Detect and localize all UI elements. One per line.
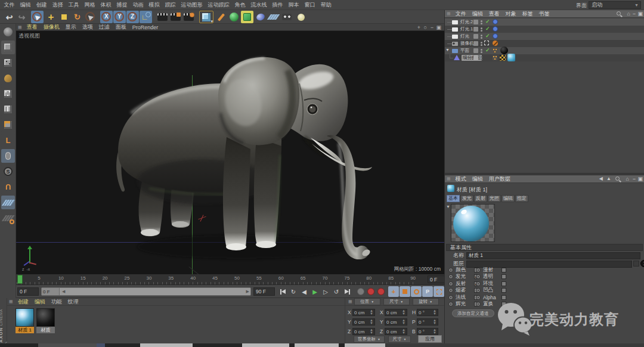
- channel-radio[interactable]: [448, 302, 453, 306]
- material-thumb-1[interactable]: [16, 308, 34, 327]
- menu-item[interactable]: 网格: [82, 1, 98, 9]
- redo-icon[interactable]: ↪: [16, 11, 28, 23]
- scale-tool-icon[interactable]: [58, 11, 70, 23]
- play-backwards-icon[interactable]: ↻: [288, 287, 299, 296]
- am-menu-item[interactable]: 用户数据: [486, 175, 513, 183]
- om-menu-item[interactable]: 标签: [519, 10, 536, 18]
- visibility-dots[interactable]: [481, 48, 483, 54]
- am-tab[interactable]: 编辑: [501, 195, 515, 202]
- key-scale-icon[interactable]: [400, 286, 410, 297]
- am-search-icon[interactable]: [615, 176, 620, 181]
- play-forward-icon[interactable]: ▶: [309, 287, 320, 296]
- slider-left-arrow-icon[interactable]: ◀: [62, 289, 65, 294]
- layer-icon[interactable]: [473, 27, 478, 32]
- object-row-light1[interactable]: 灯光.1 ✓: [445, 26, 644, 33]
- am-grip-icon[interactable]: ▦: [445, 176, 453, 181]
- magnet-snap-icon[interactable]: U: [1, 180, 15, 194]
- viewport-menu-item[interactable]: 过滤: [96, 23, 113, 31]
- layer-icon[interactable]: [473, 48, 478, 53]
- material-thumb-2[interactable]: [36, 308, 55, 327]
- am-tab[interactable]: 反射: [474, 195, 487, 202]
- om-home-icon[interactable]: ⌂: [627, 11, 630, 17]
- key-rotation-icon[interactable]: [411, 286, 422, 297]
- object-row-subdivision[interactable]: 细分曲面: [445, 54, 644, 61]
- am-home-icon[interactable]: ⌂: [626, 176, 629, 182]
- material-tag-black-icon[interactable]: [500, 47, 508, 54]
- channel-radio[interactable]: [476, 274, 481, 279]
- am-tab[interactable]: 指定: [515, 195, 528, 202]
- phong-tag-icon[interactable]: [493, 48, 497, 53]
- render-to-picture-icon[interactable]: [169, 11, 182, 23]
- record-disabled-icon[interactable]: [357, 288, 364, 295]
- layer-icon[interactable]: [473, 41, 478, 46]
- texture-mode-icon[interactable]: [1, 56, 15, 70]
- channel-row[interactable]: 辉光: [448, 301, 479, 308]
- key-parameter-icon[interactable]: P: [422, 286, 433, 297]
- lock-z-axis-icon[interactable]: Z: [126, 11, 139, 23]
- axis-mode-icon[interactable]: L: [1, 134, 15, 147]
- coord-grip-icon[interactable]: ▦: [346, 299, 354, 304]
- viewport-menu-item[interactable]: 摄像机: [41, 23, 63, 31]
- menu-item[interactable]: 模拟: [146, 1, 162, 9]
- matmgr-menu-item[interactable]: 编辑: [32, 298, 48, 306]
- size-y-field[interactable]: 0 cm▲▼: [385, 318, 407, 326]
- channel-row[interactable]: 法线: [448, 294, 479, 301]
- channel-row[interactable]: 烟雾: [448, 287, 479, 295]
- channel-radio[interactable]: [448, 288, 453, 293]
- viewport-menu-item[interactable]: ProRender: [129, 24, 162, 30]
- am-tab[interactable]: 发光: [460, 195, 473, 202]
- camera-icon[interactable]: [280, 11, 293, 23]
- elephant-model[interactable]: [107, 48, 394, 274]
- layer-menu-icon[interactable]: [640, 260, 644, 267]
- om-menu-item[interactable]: 查看: [486, 10, 503, 18]
- enabled-check-icon[interactable]: ✓: [485, 47, 490, 53]
- om-panel-icon[interactable]: ▣: [637, 11, 643, 17]
- apply-button[interactable]: 应用: [418, 335, 442, 343]
- lock-y-axis-icon[interactable]: Y: [113, 11, 126, 23]
- model-mode-icon[interactable]: [1, 41, 15, 54]
- om-search-icon[interactable]: [617, 11, 621, 16]
- visibility-dots[interactable]: [481, 27, 483, 32]
- layer-icon[interactable]: [473, 20, 478, 24]
- channel-checkbox[interactable]: [501, 295, 506, 300]
- rotate-tool-icon[interactable]: ↻: [71, 11, 83, 23]
- rot-p-field[interactable]: 0 °▲▼: [417, 318, 438, 326]
- size-z-field[interactable]: 0 cm▲▼: [385, 328, 407, 335]
- end-frame-field[interactable]: 90 F: [253, 287, 275, 296]
- pos-z-field[interactable]: 0 cm▲▼: [352, 328, 375, 335]
- am-panel-icon[interactable]: ▣: [637, 176, 643, 182]
- om-grip-icon[interactable]: ▦: [445, 11, 453, 16]
- channel-checkbox[interactable]: [501, 268, 506, 272]
- coordinate-system-icon[interactable]: ∟: [140, 11, 152, 23]
- channel-radio[interactable]: [476, 288, 481, 293]
- make-editable-icon[interactable]: [1, 25, 15, 39]
- pos-y-field[interactable]: 0 cm▲▼: [352, 318, 375, 326]
- move-tool-icon[interactable]: +: [45, 11, 57, 23]
- floor-icon[interactable]: [267, 11, 280, 23]
- last-tool-icon[interactable]: [84, 11, 97, 23]
- visibility-dots[interactable]: [481, 55, 483, 61]
- viewport[interactable]: 透视视图: [16, 31, 444, 274]
- om-menu-item[interactable]: 书签: [536, 10, 553, 18]
- preview-expander-icon[interactable]: ▼: [446, 205, 450, 209]
- next-frame-icon[interactable]: ▷: [320, 287, 331, 296]
- channel-radio[interactable]: [476, 295, 481, 300]
- rot-h-field[interactable]: 0 °▲▼: [417, 309, 438, 316]
- layer-icon[interactable]: [473, 34, 478, 39]
- goto-end-icon[interactable]: [342, 287, 352, 296]
- prev-frame-icon[interactable]: ◀: [299, 287, 309, 296]
- channel-radio[interactable]: [448, 281, 453, 286]
- channel-row[interactable]: 透明: [476, 274, 506, 281]
- menu-item[interactable]: 运动图形: [178, 1, 205, 9]
- om-menu-item[interactable]: 编辑: [469, 10, 486, 18]
- object-row-camera[interactable]: 摄像机: [445, 40, 644, 47]
- camera-toggle-icon[interactable]: [484, 41, 489, 45]
- coord-system-select[interactable]: 世界坐标▼: [354, 336, 385, 343]
- object-row-light[interactable]: 灯光 ✓: [445, 33, 644, 40]
- vp-maximize-icon[interactable]: ▣: [436, 24, 441, 30]
- channel-row[interactable]: 环境: [476, 280, 506, 287]
- channel-radio[interactable]: [448, 295, 453, 300]
- menu-item[interactable]: 文件: [1, 1, 17, 9]
- channel-radio[interactable]: [476, 281, 481, 286]
- channel-row[interactable]: 凹凸: [476, 287, 506, 295]
